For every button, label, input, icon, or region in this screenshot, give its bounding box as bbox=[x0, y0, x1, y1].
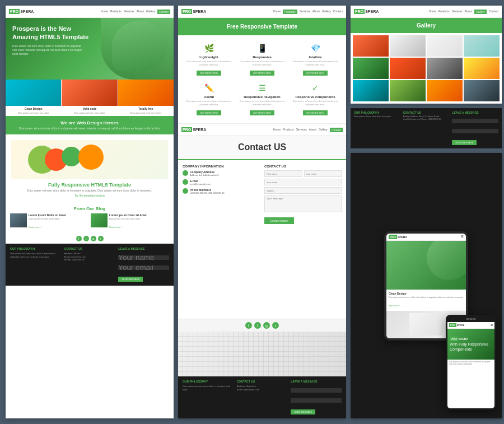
footer-email-input[interactable] bbox=[118, 265, 169, 270]
social-icon-f[interactable]: f bbox=[76, 236, 82, 241]
phone-screen: PRO SPERA ≡ PRO SPERA With Fully Respons… bbox=[447, 322, 494, 408]
read-more-1[interactable]: Read more > bbox=[29, 226, 41, 229]
col2-footer-email[interactable] bbox=[291, 398, 342, 403]
gallery-img-4[interactable] bbox=[464, 35, 500, 57]
footer-send-btn[interactable]: SEND MESSAGE bbox=[118, 277, 143, 282]
col2-footer-send-btn[interactable]: SEND MESSAGE bbox=[291, 409, 315, 414]
nav-products[interactable]: Products bbox=[110, 10, 122, 14]
devices-panel: PRO SPERA ≡ Clean Design Duis autem vel … bbox=[351, 153, 502, 418]
read-more-2[interactable]: Read more > bbox=[109, 226, 122, 229]
col2c-nav-gallery[interactable]: Gallery bbox=[319, 128, 328, 132]
feat-label-1: Clean Design bbox=[6, 106, 61, 111]
feature-responsive: 📱 Responsive Duis autem vel eum iriure d… bbox=[236, 40, 288, 79]
email-icon bbox=[183, 179, 188, 185]
gal-nav-products[interactable]: Products bbox=[438, 10, 450, 14]
phone-mockup: 000 000 000 PRO SPERA ≡ PRO SPERA bbox=[446, 315, 496, 410]
gallery-img-6[interactable] bbox=[390, 58, 426, 79]
nav-home[interactable]: Home bbox=[101, 10, 108, 14]
responsive-nav-btn[interactable]: GET MORE INFO bbox=[250, 110, 274, 115]
message-textarea[interactable] bbox=[264, 195, 342, 212]
gallery-img-2[interactable] bbox=[390, 35, 426, 57]
col2c-nav-home[interactable]: Home bbox=[273, 128, 281, 132]
gal-nav-services[interactable]: Services bbox=[452, 10, 463, 14]
responsive-comp-btn[interactable]: GET MORE INFO bbox=[303, 110, 328, 115]
responsive-btn[interactable]: GET MORE INFO bbox=[250, 71, 274, 76]
gallery-img-5[interactable] bbox=[353, 58, 389, 79]
gallery-img-3[interactable] bbox=[427, 35, 463, 57]
phil-col-1: OUR PHILOSOPHY Duis autem vel eum iriure… bbox=[354, 111, 400, 146]
gallery-logo: PRO SPERA bbox=[354, 9, 379, 14]
col2c-nav-products[interactable]: Products bbox=[283, 128, 294, 132]
col2-free-template-title: Free Responsive Template bbox=[184, 24, 340, 30]
col2-nav-products[interactable]: Products bbox=[283, 10, 297, 14]
col2c-nav-about[interactable]: About bbox=[309, 128, 316, 132]
first-name-input[interactable] bbox=[264, 170, 302, 177]
social-icon-r[interactable]: r bbox=[98, 236, 104, 241]
social-icon-t[interactable]: t bbox=[83, 236, 89, 241]
subject-input[interactable] bbox=[264, 187, 342, 194]
last-name-input[interactable] bbox=[304, 170, 342, 177]
col2-footer-name[interactable] bbox=[291, 388, 342, 393]
contact-social-r[interactable]: r bbox=[272, 322, 279, 329]
col2-footer-phil-title: OUR PHILOSOPHY bbox=[183, 380, 234, 383]
contact-social-f[interactable]: f bbox=[245, 322, 252, 329]
try-link[interactable]: Try the template window bbox=[11, 194, 168, 197]
phil-send-btn[interactable]: SEND MESSAGE bbox=[452, 140, 477, 145]
gallery-img-8[interactable] bbox=[464, 58, 500, 79]
phil-title-2: CONTACT US bbox=[403, 111, 450, 114]
hero-title: Prospera is the New Amazing HTML5 Templa… bbox=[12, 25, 91, 42]
col2-nav-home[interactable]: Home bbox=[273, 10, 281, 14]
gallery-img-12[interactable] bbox=[464, 80, 500, 101]
contact-social-t[interactable]: t bbox=[254, 322, 261, 329]
hamburger-icon[interactable]: ≡ bbox=[461, 234, 464, 239]
phone-hero: PRO SPERA With Fully Responsive Componen… bbox=[447, 329, 494, 360]
tablet-navbar: PRO SPERA ≡ bbox=[386, 234, 466, 241]
blog-content-1: Lorem Ipsum Dolor sit Amet Duis autem ve… bbox=[29, 213, 88, 230]
gallery-img-11[interactable] bbox=[427, 80, 463, 101]
company-info-title: COMPANY INFORMATION bbox=[183, 165, 260, 168]
col2-contact-logo-name: SPERA bbox=[193, 128, 206, 132]
col2-nav-about[interactable]: About bbox=[312, 10, 320, 14]
gallery-img-1[interactable] bbox=[353, 35, 389, 57]
gallery-img-9[interactable] bbox=[353, 80, 389, 101]
social-icon-g[interactable]: g bbox=[91, 236, 96, 241]
phone-hamburger-icon[interactable]: ≡ bbox=[491, 323, 493, 327]
feature-responsive-comp: ✓ Responsive components Duis autem vel e… bbox=[289, 80, 342, 119]
useful-btn[interactable]: GET MORE INFO bbox=[197, 110, 221, 115]
footer-name-input[interactable] bbox=[118, 255, 169, 260]
nav-contact[interactable]: Contact bbox=[157, 10, 170, 14]
gal-nav-home[interactable]: Home bbox=[429, 10, 436, 14]
blog-thumb-2 bbox=[91, 213, 108, 227]
fruit-section-title: Fully Responsive HTML5 Template bbox=[11, 182, 168, 188]
features-grid: 🌿 Lightweight Duis autem vel eum iriure … bbox=[178, 35, 346, 123]
blog-item-title-1: Lorem Ipsum Dolor sit Amet bbox=[29, 213, 88, 217]
email-input[interactable] bbox=[264, 179, 342, 185]
blog-content-2: Lorem Ipsum Dolor sit Amet Duis autem ve… bbox=[109, 213, 169, 230]
col2-nav-services[interactable]: Services bbox=[300, 10, 310, 14]
submit-btn[interactable]: Contact button bbox=[264, 217, 294, 224]
col2-nav-contact[interactable]: Contact bbox=[333, 10, 343, 14]
col1-navbar: PRO SPERA Home Products Services About G… bbox=[6, 6, 174, 18]
tablet-content-text: Duis autem vel eum iriure dolor in hendr… bbox=[389, 296, 464, 299]
phone-text-block: Phone Numbers +000 000 000 00 +000 000 0… bbox=[190, 188, 224, 195]
gal-nav-contact[interactable]: Contact bbox=[489, 10, 498, 14]
gallery-img-10[interactable] bbox=[390, 80, 426, 101]
nav-about[interactable]: About bbox=[137, 10, 144, 14]
nav-services[interactable]: Services bbox=[124, 10, 134, 14]
intuitive-btn[interactable]: GET MORE INFO bbox=[303, 71, 328, 76]
col2c-nav-contact[interactable]: Contact bbox=[330, 128, 343, 132]
col2-nav-gallery[interactable]: Gallery bbox=[322, 10, 331, 14]
phone-logo: PRO SPERA bbox=[449, 323, 464, 327]
lightweight-btn[interactable]: GET MORE INFO bbox=[197, 71, 221, 76]
col2c-nav-services[interactable]: Services bbox=[296, 128, 307, 132]
address-value: Address line 1 Address line 2 bbox=[190, 174, 219, 177]
phil-email-input[interactable] bbox=[452, 129, 498, 133]
gal-nav-gallery[interactable]: Gallery bbox=[474, 10, 487, 14]
tablet-read-more[interactable]: Read more > bbox=[389, 305, 400, 307]
nav-gallery[interactable]: Gallery bbox=[146, 10, 155, 14]
gal-nav-about[interactable]: About bbox=[465, 10, 472, 14]
phil-name-input[interactable] bbox=[452, 119, 498, 123]
contact-social-g[interactable]: g bbox=[263, 322, 270, 329]
gallery-img-7[interactable] bbox=[427, 58, 463, 79]
footer-col-contact: CONTACT US Address: Street 1Email: email… bbox=[64, 247, 115, 282]
